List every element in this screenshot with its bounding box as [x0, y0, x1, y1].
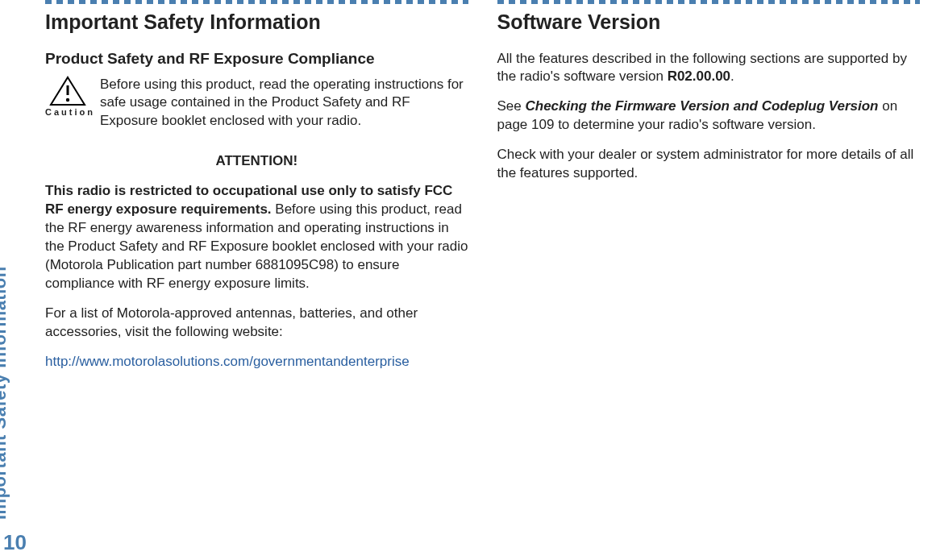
sidebar: Important Safety Information 10	[0, 0, 35, 560]
sw-para2a: See	[497, 98, 526, 114]
safety-subheading: Product Safety and RF Exposure Complianc…	[45, 50, 468, 68]
page-content: Important Safety Information Product Saf…	[45, 0, 920, 552]
left-column: Important Safety Information Product Saf…	[45, 0, 468, 388]
page-number: 10	[3, 530, 27, 555]
caution-block: Caution Before using this product, read …	[45, 76, 468, 131]
section-divider	[497, 0, 921, 4]
right-column: Software Version All the features descri…	[497, 0, 921, 388]
sw-para1: All the features described in the follow…	[497, 50, 921, 87]
sw-para1b: .	[730, 68, 734, 84]
sidebar-section-title: Important Safety Information	[0, 266, 10, 520]
svg-point-2	[66, 97, 69, 101]
section-divider	[45, 0, 468, 4]
website-link[interactable]: http://www.motorolasolutions.com/governm…	[45, 353, 468, 371]
sw-version: R02.00.00	[668, 68, 730, 84]
attention-paragraph: This radio is restricted to occupational…	[45, 182, 468, 293]
sw-para3: Check with your dealer or system adminis…	[497, 146, 921, 183]
caution-text: Before using this product, read the oper…	[100, 76, 468, 131]
caution-icon: Caution	[45, 76, 90, 117]
sw-ref-title: Checking the Firmware Version and Codepl…	[525, 98, 878, 114]
attention-heading: ATTENTION!	[45, 153, 468, 169]
sw-para2: See Checking the Firmware Version and Co…	[497, 97, 921, 135]
safety-heading: Important Safety Information	[45, 9, 468, 35]
caution-label: Caution	[45, 107, 90, 117]
accessories-paragraph: For a list of Motorola-approved antennas…	[45, 305, 468, 342]
software-version-heading: Software Version	[497, 9, 921, 35]
